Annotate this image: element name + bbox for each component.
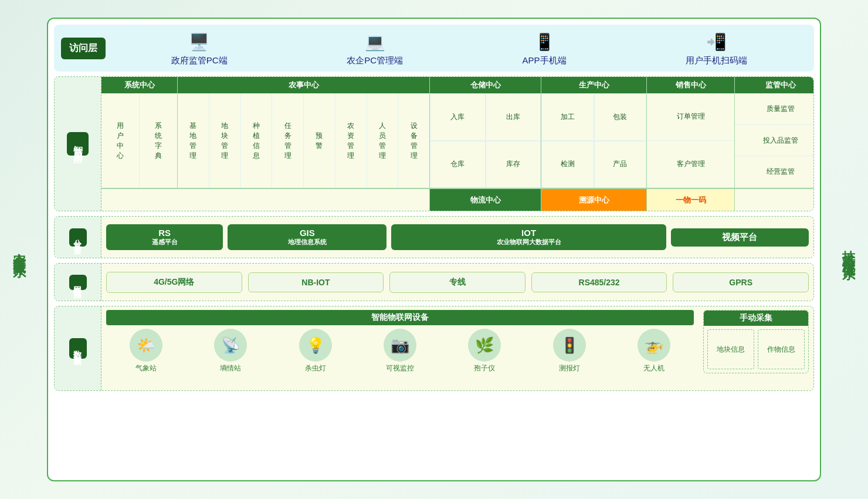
iot-main: IOT bbox=[521, 228, 536, 238]
camera-label: 可视监控 bbox=[386, 363, 414, 373]
base-mgmt: 基地管理 bbox=[178, 93, 209, 188]
packaging: 包装 bbox=[594, 93, 647, 141]
device-insect: 💡 杀虫灯 bbox=[276, 329, 355, 373]
scan-icon: 📲 bbox=[703, 31, 731, 54]
device-drone: 🚁 无人机 bbox=[614, 329, 694, 373]
video-platform: 视频平台 bbox=[671, 228, 809, 247]
equipment-mgmt: 设备管理 bbox=[398, 93, 429, 188]
operation-supervise: 经营监管 bbox=[735, 156, 814, 188]
gis-platform: GIS 地理信息系统 bbox=[228, 224, 386, 250]
agri-mgmt: 农资管理 bbox=[335, 93, 367, 188]
app-icon: 📱 bbox=[530, 31, 558, 54]
network-content: 4G/5G网络 NB-IOT 专线 RS485/232 GPRS bbox=[101, 264, 813, 301]
bsr-empty bbox=[735, 189, 813, 211]
customer-mgmt: 客户管理 bbox=[647, 141, 734, 188]
quality-supervise: 质量监管 bbox=[735, 93, 814, 125]
outbound: 出库 bbox=[486, 93, 541, 141]
farm-pc-icon: 💻 bbox=[361, 31, 389, 54]
access-items: 🖥️ 政府监管PC端 💻 农企PC管理端 📱 APP手机端 📲 用户手机扫码端 bbox=[111, 31, 807, 66]
crop-info: 作物信息 bbox=[758, 329, 805, 369]
insect-label: 杀虫灯 bbox=[305, 363, 326, 373]
warehouse-center: 仓储中心 入库 出库 仓库 库存 bbox=[430, 77, 541, 188]
app-layer-tag: 智慧应用层 bbox=[67, 132, 89, 156]
network-rs485: RS485/232 bbox=[531, 272, 667, 292]
rs-sub: 遥感平台 bbox=[152, 238, 178, 247]
rs-platform: RS 遥感平台 bbox=[106, 224, 223, 250]
drone-label: 无人机 bbox=[643, 363, 664, 373]
spore-label: 孢子仪 bbox=[474, 363, 495, 373]
device-forecast: 🚦 测报灯 bbox=[529, 329, 609, 373]
suyuan-center: 溯源中心 bbox=[541, 189, 647, 211]
sys-dict-item: 系统字典 bbox=[140, 93, 177, 188]
gov-pc-icon: 🖥️ bbox=[185, 31, 213, 54]
network-layer: 网络传输层 4G/5G网络 NB-IOT 专线 RS485/232 GPRS bbox=[54, 263, 814, 301]
network-nbiot: NB-IOT bbox=[248, 272, 384, 292]
scan-label: 用户手机扫码端 bbox=[686, 55, 747, 66]
warehouse-cell: 仓库 bbox=[430, 141, 486, 188]
system-center: 系统中心 用户中心 系统字典 bbox=[101, 77, 178, 188]
farm-pc-label: 农企PC管理端 bbox=[347, 55, 403, 66]
land-info: 地块信息 bbox=[707, 329, 754, 369]
production-center-header: 生产中心 bbox=[541, 77, 646, 93]
access-item-farm: 💻 农企PC管理端 bbox=[347, 31, 403, 66]
iot-devices: 🌤️ 气象站 📡 墒情站 💡 杀虫灯 bbox=[106, 329, 694, 373]
wuliu-center: 物流中心 bbox=[430, 189, 541, 211]
inbound: 入库 bbox=[430, 93, 486, 141]
manual-section: 手动采集 地块信息 作物信息 bbox=[703, 310, 809, 373]
data-tag: 数据采集层 bbox=[69, 338, 87, 359]
platform-content: RS 遥感平台 GIS 地理信息系统 IOT 农业物联网大数据平台 视频平台 bbox=[101, 217, 813, 258]
app-label: APP手机端 bbox=[523, 55, 567, 66]
farm-center: 农事中心 基地管理 地块管理 种植信息 任务管理 预警 农资管理 人员管理 设备… bbox=[178, 77, 430, 188]
supervise-center: 监管中心 质量监管 投入品监管 经营监管 bbox=[735, 77, 814, 188]
order-mgmt: 订单管理 bbox=[647, 93, 734, 141]
network-4g5g: 4G/5G网络 bbox=[106, 272, 242, 293]
sales-center: 销售中心 订单管理 客户管理 bbox=[647, 77, 735, 188]
manual-body: 地块信息 作物信息 bbox=[704, 326, 808, 373]
platform-tag: 公共平台层 bbox=[69, 228, 87, 247]
network-tag-wrap: 网络传输层 bbox=[55, 264, 101, 301]
manual-header: 手动采集 bbox=[704, 311, 808, 326]
gov-pc-label: 政府监管PC端 bbox=[171, 55, 228, 66]
camera-icon: 📷 bbox=[384, 329, 416, 362]
access-item-scan: 📲 用户手机扫码端 bbox=[686, 31, 747, 66]
drone-icon: 🚁 bbox=[638, 329, 670, 362]
device-spore: 🌿 孢子仪 bbox=[445, 329, 524, 373]
data-tag-wrap: 数据采集层 bbox=[55, 306, 101, 390]
insect-icon: 💡 bbox=[299, 329, 332, 362]
data-content: 智能物联网设备 🌤️ 气象站 📡 墒情站 💡 bbox=[101, 306, 813, 390]
app-layer: 智慧应用层 系统中心 用户中心 系统字典 农事中心 bbox=[54, 76, 814, 211]
forecast-icon: 🚦 bbox=[553, 329, 586, 362]
forecast-label: 测报灯 bbox=[559, 363, 580, 373]
device-camera: 📷 可视监控 bbox=[360, 329, 440, 373]
spore-icon: 🌿 bbox=[468, 329, 501, 362]
inventory: 库存 bbox=[486, 141, 541, 188]
iot-sub: 农业物联网大数据平台 bbox=[497, 238, 561, 247]
production-center: 生产中心 加工 包装 检测 产品 bbox=[541, 77, 647, 188]
access-item-gov: 🖥️ 政府监管PC端 bbox=[171, 31, 228, 66]
network-tag: 网络传输层 bbox=[69, 275, 87, 290]
iot-platform: IOT 农业物联网大数据平台 bbox=[391, 224, 666, 250]
product: 产品 bbox=[594, 141, 647, 188]
soil-icon: 📡 bbox=[214, 329, 247, 362]
access-layer-tag: 访问层 bbox=[61, 38, 106, 59]
device-weather: 🌤️ 气象站 bbox=[106, 329, 186, 373]
platform-layer: 公共平台层 RS 遥感平台 GIS 地理信息系统 IOT 农业物联网大数据平台 … bbox=[54, 216, 814, 258]
system-center-header: 系统中心 bbox=[101, 77, 177, 93]
gis-main: GIS bbox=[300, 228, 315, 238]
network-gprs: GPRS bbox=[673, 272, 809, 292]
detection: 检测 bbox=[541, 141, 594, 188]
farm-center-header: 农事中心 bbox=[178, 77, 429, 93]
right-label: 技术标准规范体系 bbox=[840, 240, 857, 259]
early-warning: 预警 bbox=[304, 93, 335, 188]
app-content: 系统中心 用户中心 系统字典 农事中心 基地管理 地块管理 种植信息 bbox=[101, 77, 813, 211]
processing: 加工 bbox=[541, 93, 594, 141]
data-main-row: 智能物联网设备 🌤️ 气象站 📡 墒情站 💡 bbox=[106, 310, 809, 373]
network-dedicated: 专线 bbox=[389, 272, 525, 293]
gis-sub: 地理信息系统 bbox=[288, 238, 327, 247]
access-layer: 访问层 🖥️ 政府监管PC端 💻 农企PC管理端 📱 APP手机端 bbox=[54, 25, 814, 72]
video-main: 视频平台 bbox=[722, 232, 757, 243]
iot-header: 智能物联网设备 bbox=[106, 310, 694, 325]
access-item-app: 📱 APP手机端 bbox=[523, 31, 567, 66]
input-supervise: 投入品监管 bbox=[735, 125, 814, 157]
weather-icon: 🌤️ bbox=[130, 329, 162, 362]
